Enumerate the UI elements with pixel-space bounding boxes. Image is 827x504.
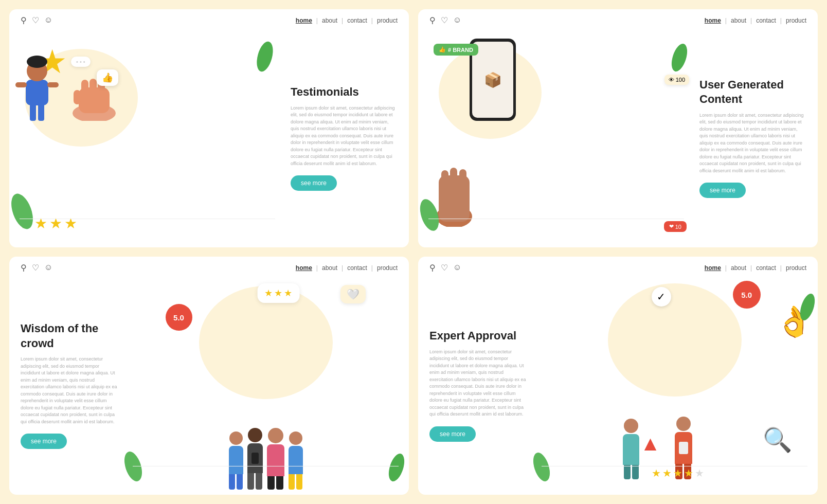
expert-star-2: ★ <box>662 467 672 479</box>
nav-home-4[interactable]: home <box>705 264 721 272</box>
nav-product-1[interactable]: product <box>377 17 398 24</box>
nav-icons-1: ⚲ ♡ ☺ <box>21 15 52 25</box>
expert-2-body <box>675 432 692 464</box>
blob-bg-3 <box>199 286 333 399</box>
user-icon[interactable]: ☺ <box>44 15 52 25</box>
nav-about-3[interactable]: about <box>322 264 337 272</box>
eye-icon: 👁 <box>669 77 674 83</box>
expert-star-row: ★ ★ ★ ★ ★ <box>652 467 704 479</box>
crowd-rating-bubble: 5.0 <box>166 304 192 331</box>
search-icon[interactable]: ⚲ <box>21 15 27 25</box>
expert-star-5: ★ <box>695 467 704 479</box>
nav-about-2[interactable]: about <box>731 17 746 24</box>
leaf-left-1 <box>9 191 35 232</box>
nav-home-1[interactable]: home <box>296 17 312 24</box>
svg-point-4 <box>27 56 47 68</box>
svg-point-14 <box>255 40 275 73</box>
person-1-legs <box>229 474 243 490</box>
svg-point-20 <box>418 197 441 233</box>
speech-star-2: ★ <box>274 287 282 299</box>
card-title-expert: Expert Approval <box>429 329 526 344</box>
person-4-legs <box>289 474 302 490</box>
heart-icon-4[interactable]: ♡ <box>441 263 448 273</box>
expert-1-leg-l <box>624 465 631 479</box>
nav-product-4[interactable]: product <box>786 264 806 272</box>
divider-line-4 <box>542 466 807 467</box>
person-3-head <box>268 428 283 443</box>
svg-rect-9 <box>81 80 88 100</box>
chat-dots: • • • <box>71 57 91 67</box>
nav-about-4[interactable]: about <box>731 264 746 272</box>
see-more-button-testimonials[interactable]: see more <box>291 175 337 191</box>
see-more-button-ugc[interactable]: see more <box>699 183 746 198</box>
person-2-leg-l <box>247 473 254 490</box>
see-more-button-wisdom[interactable]: see more <box>21 434 67 449</box>
heart-icon-badge: ❤ <box>669 223 674 230</box>
nav-home-2[interactable]: home <box>705 17 721 24</box>
person-4-leg-r <box>296 474 302 490</box>
svg-rect-12 <box>74 90 81 104</box>
illustration-ugc: 📦 👍 # BRAND 👁 100 ❤ 10 <box>418 28 694 247</box>
view-count: 100 <box>676 77 685 83</box>
brand-label: # BRAND <box>448 47 473 53</box>
nav-about-1[interactable]: about <box>322 17 337 24</box>
person-3-leg-r <box>276 476 283 490</box>
character-testimonials <box>14 51 61 123</box>
person-3 <box>267 428 284 490</box>
nav-product-2[interactable]: product <box>786 17 806 24</box>
divider-line-2 <box>428 219 684 220</box>
nav-links-4: home | about | contact | product <box>705 264 806 272</box>
illustration-wisdom: ★ ★ ★ 5.0 🤍 <box>122 276 409 495</box>
nav-contact-3[interactable]: contact <box>347 264 367 272</box>
nav-icons-4: ⚲ ♡ ☺ <box>429 263 461 273</box>
search-icon-3[interactable]: ⚲ <box>21 263 27 273</box>
person-1-body <box>229 446 243 474</box>
expert-rating-bubble: 5.0 <box>733 281 761 309</box>
svg-point-23 <box>387 452 406 483</box>
person-4-head <box>289 431 302 445</box>
phone-screen: 📦 <box>472 42 513 118</box>
user-icon-2[interactable]: ☺ <box>453 15 461 25</box>
user-icon-4[interactable]: ☺ <box>453 263 461 273</box>
heart-icon[interactable]: ♡ <box>32 15 39 25</box>
nav-links-2: home | about | contact | product <box>705 17 806 24</box>
svg-point-24 <box>531 451 552 483</box>
text-side-expert: Expert Approval Lorem ipsum dolor sit am… <box>418 276 531 495</box>
nav-bar-2: ⚲ ♡ ☺ home | about | contact | product <box>418 9 818 28</box>
nav-contact-1[interactable]: contact <box>347 17 367 24</box>
search-icon-2[interactable]: ⚲ <box>429 15 436 25</box>
divider-line-1 <box>20 219 275 220</box>
divider: | <box>341 17 343 24</box>
expert-1-leg-r <box>632 465 639 479</box>
heart-icon-3[interactable]: ♡ <box>32 263 39 273</box>
divider: | <box>316 17 318 24</box>
nav-product-3[interactable]: product <box>377 264 398 272</box>
card-content-wisdom: Wisdom of the crowd Lorem ipsum dolor si… <box>9 276 409 495</box>
like-count: 10 <box>675 224 681 230</box>
person-1-leg-r <box>237 474 243 490</box>
heart-icon-2[interactable]: ♡ <box>441 15 448 25</box>
person-4-body <box>289 446 303 474</box>
svg-point-21 <box>670 42 689 73</box>
expert-star-4: ★ <box>684 467 693 479</box>
like-icon-brand: 👍 <box>439 46 446 53</box>
search-icon-4[interactable]: ⚲ <box>429 263 436 273</box>
card-content-expert: Expert Approval Lorem ipsum dolor sit am… <box>418 276 818 495</box>
heart-bubble-wisdom: 🤍 <box>340 285 366 303</box>
illustration-testimonials: ★ <box>9 28 285 247</box>
nav-contact-4[interactable]: contact <box>756 264 776 272</box>
lorem-text-testimonials: Lorem ipsum dolor sit amet, consectetur … <box>291 105 398 168</box>
nav-contact-2[interactable]: contact <box>756 17 776 24</box>
star-2: ★ <box>34 215 47 232</box>
star-3: ★ <box>49 215 62 232</box>
nav-home-3[interactable]: home <box>296 264 312 272</box>
svg-rect-17 <box>441 170 448 188</box>
svg-rect-2 <box>26 80 48 105</box>
user-icon-3[interactable]: ☺ <box>44 263 52 273</box>
card-wisdom-crowd: ⚲ ♡ ☺ home | about | contact | product W… <box>9 257 409 495</box>
speech-star-3: ★ <box>284 287 292 299</box>
expert-1-head <box>624 419 638 433</box>
tablet-prop <box>679 442 688 454</box>
like-count-badge: ❤ 10 <box>664 221 687 232</box>
see-more-button-expert[interactable]: see more <box>429 426 476 442</box>
